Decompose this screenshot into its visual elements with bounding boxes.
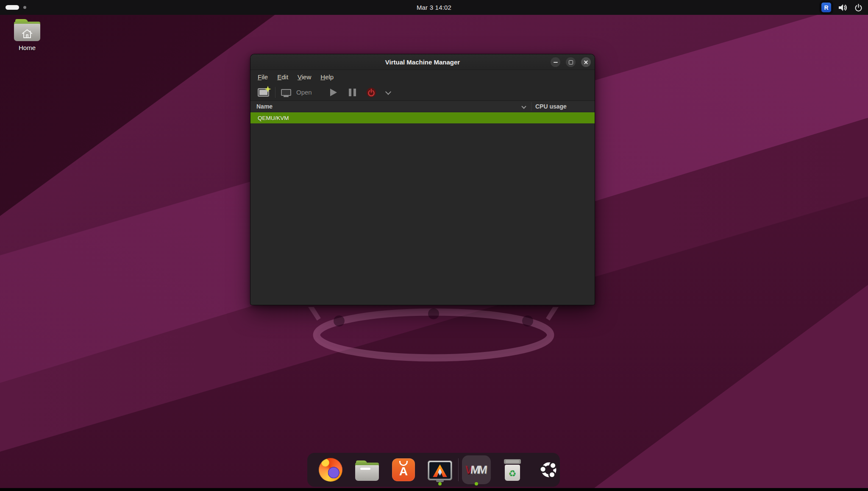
dock-vm-console[interactable] bbox=[422, 453, 458, 487]
dock-files[interactable] bbox=[349, 453, 385, 487]
new-vm-button[interactable] bbox=[256, 86, 270, 98]
open-label: Open bbox=[296, 89, 312, 96]
volume-icon[interactable] bbox=[837, 3, 848, 12]
dock-virt-manager[interactable]: VMM bbox=[459, 453, 494, 487]
system-tray: R bbox=[821, 0, 863, 15]
home-folder-icon bbox=[14, 19, 40, 41]
vm-console-icon bbox=[428, 460, 452, 480]
titlebar[interactable]: Virtual Machine Manager bbox=[250, 54, 595, 70]
column-cpu-usage[interactable]: CPU usage bbox=[535, 103, 567, 110]
window-title: Virtual Machine Manager bbox=[385, 59, 460, 66]
new-vm-icon bbox=[258, 88, 269, 97]
pause-vm-button[interactable] bbox=[349, 89, 356, 96]
desktop-root: Mar 3 14:02 R Home Vir bbox=[0, 0, 868, 491]
column-divider[interactable] bbox=[531, 102, 531, 111]
menu-edit[interactable]: Edit bbox=[273, 72, 293, 82]
vm-list-header: Name CPU usage bbox=[250, 101, 595, 112]
run-vm-button[interactable] bbox=[330, 89, 337, 96]
dock-trash[interactable]: ♻ bbox=[494, 453, 531, 487]
shutdown-vm-button[interactable] bbox=[366, 87, 376, 98]
shutdown-menu-chevron-icon[interactable] bbox=[385, 89, 391, 95]
dock-firefox[interactable] bbox=[312, 453, 349, 487]
app-center-icon: A bbox=[392, 458, 415, 481]
clock[interactable]: Mar 3 14:02 bbox=[0, 4, 868, 11]
trash-icon: ♻ bbox=[503, 458, 522, 481]
connection-name: QEMU/KVM bbox=[258, 115, 289, 121]
console-monitor-icon bbox=[281, 89, 291, 96]
menu-help[interactable]: Help bbox=[316, 72, 338, 82]
menubar: File Edit View Help bbox=[250, 70, 595, 84]
power-icon[interactable] bbox=[854, 3, 863, 12]
firefox-icon bbox=[319, 458, 342, 482]
toolbar-separator bbox=[275, 87, 275, 98]
open-button[interactable]: Open bbox=[281, 89, 312, 96]
virt-manager-icon: VMM bbox=[465, 463, 488, 477]
shutdown-power-icon bbox=[367, 88, 376, 97]
recycle-icon: ♻ bbox=[503, 467, 522, 480]
maximize-button[interactable] bbox=[566, 57, 576, 67]
dock-app-center[interactable]: A bbox=[385, 453, 422, 487]
ubuntu-watermark bbox=[302, 307, 565, 366]
window-controls bbox=[551, 54, 591, 70]
desktop-home-shortcut[interactable]: Home bbox=[12, 19, 42, 51]
home-label: Home bbox=[12, 44, 42, 51]
house-icon bbox=[21, 28, 33, 39]
ubuntu-logo-icon bbox=[539, 460, 559, 480]
sort-chevron-icon[interactable] bbox=[521, 104, 526, 109]
screen-bottom-edge bbox=[0, 488, 868, 491]
dock: A VMM ♻ bbox=[307, 453, 560, 487]
menu-file[interactable]: File bbox=[253, 72, 273, 82]
toolbar: Open bbox=[250, 84, 595, 101]
vmm-window: Virtual Machine Manager File Edit View H… bbox=[250, 54, 595, 305]
files-icon bbox=[355, 460, 379, 481]
dock-show-apps[interactable] bbox=[531, 453, 567, 487]
column-name[interactable]: Name bbox=[256, 103, 273, 110]
running-indicator-dot bbox=[438, 482, 442, 485]
vm-list-row-qemu-kvm[interactable]: QEMU/KVM bbox=[250, 112, 595, 123]
close-button[interactable] bbox=[581, 57, 591, 67]
running-indicator-dot bbox=[475, 482, 478, 485]
minimize-button[interactable] bbox=[551, 57, 560, 67]
remmina-indicator-icon[interactable]: R bbox=[821, 3, 831, 12]
menu-view[interactable]: View bbox=[293, 72, 316, 82]
top-bar: Mar 3 14:02 R bbox=[0, 0, 868, 15]
